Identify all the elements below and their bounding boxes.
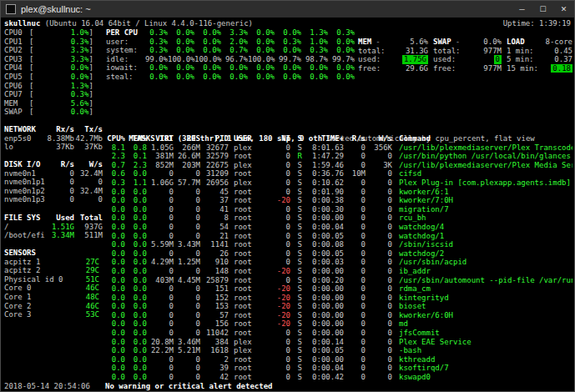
proc-user: root xyxy=(234,302,267,311)
proc-virt: 0 xyxy=(147,205,174,214)
percpu-value: 0.0% xyxy=(194,28,221,38)
disk-name: nvme0n1 xyxy=(4,169,46,178)
hostname: skullnuc xyxy=(4,19,40,28)
proc-pid: 37 xyxy=(200,196,229,205)
proc-user: root xyxy=(234,319,267,329)
mem-row: used: 1.75G xyxy=(358,55,428,64)
minimize-button[interactable]: ─ xyxy=(512,1,532,18)
percpu-row: idle: 99.0% 100.0% 100.0% 96.7% 100.0% 9… xyxy=(106,55,355,64)
proc-time: 0:00.05 xyxy=(302,249,344,259)
quicklook-label: CPU4 xyxy=(4,63,29,73)
process-row: 0.0 0.0 0 0 21 root 0 S 0:00.05 0 0 watc… xyxy=(105,232,572,241)
proc-user: plex xyxy=(234,161,267,170)
filesys-header: FILE SYS Used Total xyxy=(4,214,104,223)
filesys-panel: FILE SYS Used Total / 1.51G 937G /boot/e… xyxy=(4,214,104,240)
proc-time: 0:00.00 xyxy=(302,302,344,311)
percpu-value: 0.3% xyxy=(141,46,168,55)
process-row: 0.0 0.0 0 0 152 root -20 S 0:00.00 0 0 k… xyxy=(105,294,572,303)
load-panel: LOAD 8-core 1 min: 0.45 5 min: 0.37 15 m… xyxy=(507,38,572,73)
percpu-value: 0.0% xyxy=(221,73,248,82)
proc-user: root xyxy=(234,373,267,382)
swap-separator: - xyxy=(456,38,460,47)
proc-mem: 0.0 xyxy=(125,276,147,285)
proc-write-rate: 0 xyxy=(366,302,392,311)
quicklook-value: 1.0% xyxy=(33,28,88,38)
proc-res: 0 xyxy=(174,249,200,259)
proc-nice: 0 xyxy=(267,258,290,267)
proc-pid: 41 xyxy=(200,205,229,214)
proc-mem: 0.0 xyxy=(125,338,147,347)
proc-pid: 11042 xyxy=(200,329,229,338)
proc-user: root xyxy=(234,276,267,285)
proc-user: root xyxy=(234,223,267,232)
process-row: 0.6 0.0 0 0 31209 root 0 S 0:36.76 10M 0… xyxy=(105,169,572,178)
proc-status: S xyxy=(290,338,302,347)
proc-mem: 0.0 xyxy=(125,267,147,276)
proc-virt: 4.29M xyxy=(147,258,174,267)
process-row: 2.3 0.1 381M 26.6M 32579 root 0 R 1:47.2… xyxy=(105,152,572,161)
alert-message: No warning or critical alert detected xyxy=(105,382,272,391)
proc-cpu: 0.0 xyxy=(105,329,125,338)
os-info: (Ubuntu 16.04 64bit / Linux 4.4.0-116-ge… xyxy=(40,19,253,28)
proc-nice: 0 xyxy=(267,240,290,249)
interface-name: enp5s0 xyxy=(4,134,46,143)
proc-cpu: 0.6 xyxy=(105,169,125,178)
disk-write-value: 32.4M xyxy=(74,169,103,178)
close-button[interactable]: ✕ xyxy=(553,1,574,18)
proc-pid: 32677 xyxy=(200,143,229,153)
sensors-panel: SENSORS acpitz 1 27C acpitz 2 29C Physic… xyxy=(4,249,99,319)
mem-row-label: total: xyxy=(358,47,386,56)
process-row: 0.0 0.0 0 0 2 root 0 S 0:00.00 0 0 kthre… xyxy=(105,355,572,364)
proc-mem: 2.3 xyxy=(125,161,147,170)
quicklook-bar: CPU2 [ 3.3% ] xyxy=(4,46,93,55)
proc-user: root xyxy=(234,355,267,364)
proc-mem: 0.1 xyxy=(125,152,147,161)
percpu-row-label: PER CPU xyxy=(106,28,141,38)
proc-nice: -20 xyxy=(267,267,290,276)
proc-cpu: 0.0 xyxy=(105,232,125,241)
proc-status: S xyxy=(290,169,302,178)
proc-read-rate: 0 xyxy=(344,178,366,188)
disk-write-value: 0 xyxy=(74,195,103,204)
quicklook-label: CPU0 xyxy=(4,28,29,38)
percpu-value: 0.0% xyxy=(194,63,221,73)
tx-value: 42.7Mb xyxy=(74,134,103,143)
proc-cpu: 0.0 xyxy=(105,188,125,197)
uptime-value: 1:39:19 xyxy=(539,19,571,28)
load-row-value: 0.18 xyxy=(551,64,572,73)
disk-read-value: 0 xyxy=(46,187,74,196)
proc-time: 0:00.03 xyxy=(302,258,344,267)
titlebar[interactable]: plex@skullnuc: ~ ─ ☐ ✕ xyxy=(1,1,574,18)
proc-virt: 0 xyxy=(147,214,174,223)
proc-write-rate: 0 xyxy=(366,373,392,382)
bar-close-bracket: ] xyxy=(88,90,93,99)
proc-write-rate: 0 xyxy=(366,196,392,205)
proc-write-rate: 0 xyxy=(366,258,392,267)
sensor-name: acpitz 1 xyxy=(4,258,86,267)
percpu-value: 100.0% xyxy=(168,55,194,64)
proc-res: 4.45M xyxy=(174,276,200,285)
proc-cpu: 0.0 xyxy=(105,196,125,205)
mount-point: /boot/efi xyxy=(4,231,46,240)
maximize-button[interactable]: ☐ xyxy=(532,1,553,18)
proc-write-rate: 0 xyxy=(366,178,392,188)
quicklook-label: CPU6 xyxy=(4,82,29,91)
proc-user: root xyxy=(234,205,267,214)
proc-time: 1:59.46 xyxy=(302,161,344,170)
system-header-line: skullnuc (Ubuntu 16.04 64bit / Linux 4.4… xyxy=(4,19,571,28)
quicklook-value: 0.0% xyxy=(33,63,88,73)
process-row: 8.1 0.8 1.05G 266M 32677 plex 0 S 8:01.6… xyxy=(105,143,572,153)
process-row: 0.0 0.0 5.59M 3.43M 1141 root 0 S 0:00.0… xyxy=(105,240,572,249)
proc-command: /usr/sbin/acpid xyxy=(399,258,572,267)
percpu-value: 0.0% xyxy=(168,28,194,38)
timestamp: 2018-05-14 20:54:06 xyxy=(4,382,90,391)
proc-read-rate: 0 xyxy=(344,364,366,373)
terminal-screen[interactable]: skullnuc (Ubuntu 16.04 64bit / Linux 4.4… xyxy=(1,18,574,391)
proc-pid: 32579 xyxy=(200,152,229,161)
proc-res: 0 xyxy=(174,302,200,311)
proc-cpu: 0.0 xyxy=(105,346,125,355)
swap-title: SWAP xyxy=(433,38,451,47)
proc-nice: -20 xyxy=(267,319,290,329)
proc-mem: 0.0 xyxy=(125,311,147,320)
proc-nice: 0 xyxy=(267,214,290,223)
